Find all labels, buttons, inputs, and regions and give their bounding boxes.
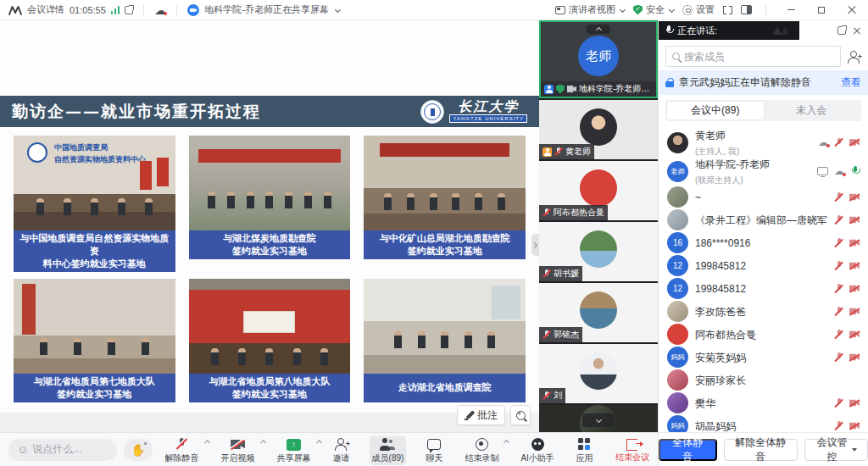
- mic-muted-icon: [542, 391, 551, 401]
- collapse-up-button[interactable]: [587, 25, 610, 34]
- camera-muted-icon[interactable]: [849, 353, 860, 361]
- member-row[interactable]: 老师 地科学院-乔老师(联席主持人) ☁: [667, 157, 860, 186]
- share-status-text[interactable]: 地科学院-乔老师正在共享屏幕: [204, 3, 329, 16]
- ai-assistant-button[interactable]: AI小助手: [518, 436, 556, 465]
- video-tile-sharer[interactable]: 老师 地科学院-乔老师正...: [539, 20, 658, 98]
- minimize-button[interactable]: [780, 1, 802, 19]
- screen-share-icon[interactable]: [817, 167, 828, 175]
- chevron-down-icon[interactable]: [335, 7, 341, 13]
- camera-muted-icon[interactable]: [849, 399, 860, 407]
- member-row[interactable]: 黄老师(主持人, 我) ☁: [667, 128, 860, 157]
- mic-muted-icon[interactable]: [834, 191, 843, 202]
- mic-muted-icon[interactable]: [834, 306, 843, 317]
- cloud-record-icon[interactable]: ☁: [834, 166, 844, 176]
- invite-button[interactable]: +邀请: [331, 436, 353, 465]
- mic-muted-icon[interactable]: [834, 137, 843, 148]
- settings-button[interactable]: 设置: [682, 3, 715, 16]
- view-request-link[interactable]: 查看: [841, 75, 861, 90]
- side-panel-toggle-icon[interactable]: [741, 5, 752, 14]
- member-row[interactable]: 妈妈 胡晶妈妈: [667, 414, 860, 432]
- member-row[interactable]: 阿布都热合曼: [667, 323, 860, 346]
- annotate-button[interactable]: 批注: [457, 405, 505, 425]
- bureau-emblem-icon: [27, 142, 47, 163]
- slide-title: 勤访企——就业市场重开拓过程: [12, 101, 261, 123]
- video-tile[interactable]: 刘: [539, 344, 658, 403]
- meeting-logo-icon: [8, 5, 22, 15]
- cloud-record-icon[interactable]: ☁: [154, 4, 166, 16]
- member-row[interactable]: 12 199845812: [667, 254, 860, 277]
- mic-muted-icon[interactable]: [834, 283, 843, 294]
- members-button[interactable]: 成员(89): [370, 436, 407, 465]
- chevron-up-icon[interactable]: [316, 440, 322, 446]
- camera-muted-icon[interactable]: [849, 262, 860, 269]
- camera-muted-icon[interactable]: [849, 285, 860, 292]
- member-row[interactable]: 12 199845812: [667, 277, 860, 300]
- mic-live-icon[interactable]: [850, 166, 860, 177]
- video-tile[interactable]: 郭铭杰: [539, 283, 658, 342]
- share-screen-button[interactable]: ↑共享屏幕: [275, 436, 314, 465]
- collapse-strip-handle[interactable]: [531, 234, 539, 256]
- chat-button[interactable]: 聊天: [423, 436, 445, 465]
- meeting-controls-button[interactable]: 会议管控: [804, 439, 868, 461]
- camera-muted-icon[interactable]: [849, 239, 860, 247]
- mic-muted-icon[interactable]: [834, 329, 843, 340]
- member-row[interactable]: 《录井工程》编辑部—唐晓军: [667, 208, 860, 231]
- mute-all-button[interactable]: 全体静音: [659, 439, 717, 461]
- member-row[interactable]: 安丽珍家长: [667, 369, 860, 391]
- chevron-up-icon[interactable]: [504, 440, 509, 446]
- member-row[interactable]: 樊华: [667, 391, 860, 414]
- quick-message-input[interactable]: ☺ 说点什么...: [8, 439, 117, 461]
- member-row[interactable]: 妈妈 安菊英妈妈: [667, 346, 860, 369]
- video-tile[interactable]: 胡书媛: [539, 222, 658, 281]
- stop-recording-button[interactable]: 结束录制: [462, 436, 501, 465]
- video-tile[interactable]: [539, 405, 658, 432]
- collapse-down-button[interactable]: [582, 413, 615, 427]
- participant-name: 胡书媛: [554, 268, 579, 280]
- close-panel-icon[interactable]: [854, 27, 861, 35]
- view-mode-button[interactable]: 演讲者视图: [555, 3, 625, 16]
- raise-hand-button[interactable]: ✋: [124, 439, 153, 461]
- meeting-details-link[interactable]: 会议详情: [27, 3, 64, 16]
- camera-muted-icon[interactable]: [849, 330, 860, 338]
- mic-muted-icon[interactable]: [834, 397, 843, 408]
- video-tile[interactable]: 阿布都热合曼: [539, 161, 658, 220]
- member-row[interactable]: ~: [667, 186, 860, 208]
- member-row[interactable]: 16 186****0916: [667, 231, 860, 254]
- start-video-button[interactable]: 开启视频: [219, 436, 258, 465]
- chevron-up-icon[interactable]: [204, 440, 210, 446]
- popout-panel-icon[interactable]: [837, 26, 846, 35]
- exit-door-icon: [626, 439, 637, 451]
- member-row[interactable]: 李孜陈爸爸: [667, 300, 860, 323]
- mic-muted-icon[interactable]: [834, 352, 843, 363]
- camera-muted-icon[interactable]: [849, 193, 860, 201]
- chevron-up-icon[interactable]: [260, 440, 266, 446]
- cloud-record-icon[interactable]: ☁: [818, 137, 828, 147]
- fullscreen-icon[interactable]: [723, 6, 732, 14]
- close-button[interactable]: [841, 1, 863, 19]
- unmute-button[interactable]: 解除静音: [163, 436, 202, 465]
- popout-icon[interactable]: [125, 6, 133, 14]
- zoom-in-button[interactable]: [510, 405, 531, 425]
- add-member-icon[interactable]: +: [846, 50, 861, 64]
- mic-muted-icon[interactable]: [834, 420, 843, 431]
- video-tile[interactable]: 黄老师: [539, 100, 658, 159]
- mic-muted-icon[interactable]: [834, 237, 843, 248]
- security-button[interactable]: 安全: [633, 3, 674, 16]
- search-input[interactable]: [684, 51, 834, 63]
- camera-muted-icon[interactable]: [849, 422, 860, 430]
- ai-assistant-icon: [531, 438, 544, 451]
- end-meeting-button[interactable]: 结束会议: [615, 436, 649, 463]
- university-name-en: YANGTZE UNIVERSITY: [449, 114, 527, 123]
- camera-muted-icon[interactable]: [849, 216, 860, 224]
- mic-muted-icon[interactable]: [834, 260, 843, 271]
- camera-muted-icon[interactable]: [849, 308, 860, 315]
- tab-not-joined[interactable]: 未入会: [764, 102, 860, 119]
- camera-muted-icon[interactable]: [849, 139, 860, 147]
- sharing-camera-icon: [187, 4, 199, 16]
- maximize-button[interactable]: [810, 1, 832, 19]
- avatar: [580, 169, 617, 207]
- unmute-all-button[interactable]: 解除全体静音: [724, 439, 798, 461]
- tab-in-meeting[interactable]: 会议中(89): [667, 102, 764, 119]
- apps-button[interactable]: 应用: [574, 436, 596, 465]
- mic-muted-icon[interactable]: [834, 214, 843, 225]
